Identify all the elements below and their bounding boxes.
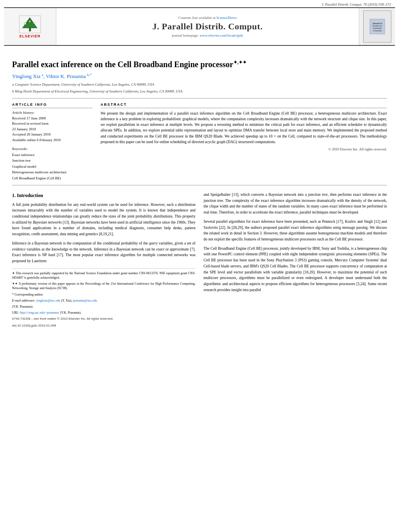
intro-para-2: Inference in a Bayesian network is the c… [12, 240, 195, 264]
keywords-label: Keywords: [12, 147, 93, 151]
email-link-2[interactable]: prasanna@usc.edu [73, 299, 97, 302]
issn-line: 0743-7315/$ – see front matter © 2010 El… [12, 316, 195, 321]
svg-text:Parallel and: Parallel and [372, 25, 382, 27]
footnote-vk: (V.K. Prasanna). [12, 304, 195, 309]
authors-line: Yinglong Xia a, Viktor K. Prasanna b,* [12, 73, 387, 80]
journal-reference: J. Parallel Distrib. Comput. 70 (2010) 5… [0, 0, 399, 7]
elsevier-emblem: ELSEVIER [19, 15, 41, 38]
journal-homepage-line: journal homepage: www.elsevier.com/locat… [172, 33, 243, 37]
keywords-section: Keywords: Exact inference Junction tree … [12, 147, 93, 181]
article-info-abstract: ARTICLE INFO Article history: Received 1… [12, 103, 387, 181]
elsevier-logo-area: ELSEVIER [4, 8, 56, 45]
intro-heading: 1. Introduction [12, 192, 195, 199]
article-info-column: ARTICLE INFO Article history: Received 1… [12, 103, 93, 181]
url-link[interactable]: http://ceng.usc.edu/~prasanna/ [20, 311, 60, 314]
svg-point-4 [24, 22, 26, 25]
elsevier-tree-icon [19, 15, 41, 33]
keyword-2: Junction tree [12, 158, 93, 163]
keyword-1: Exact inference [12, 152, 93, 158]
affiliation-b: b Ming Hsieh Department of Electrical En… [12, 89, 387, 94]
journal-logo-box: Journal of Parallel and Distributed Comp… [363, 10, 391, 43]
body-col-left: 1. Introduction A full joint probability… [12, 192, 195, 328]
available-date: Available online 6 February 2010 [12, 138, 93, 143]
footnote-email: E-mail addresses: yinglonx@usc.edu (Y. X… [12, 298, 195, 303]
journal-header: ELSEVIER Contents lists available at Sci… [4, 7, 395, 46]
abstract-column: ABSTRACT We present the design and imple… [101, 103, 387, 181]
email-link-1[interactable]: yinglonx@usc.edu [36, 299, 60, 302]
doi-line: doi:10.1016/j.jpdc.2010.01.008 [12, 323, 195, 328]
footnotes-section: ✦ This research was partially supported … [12, 268, 195, 328]
main-content: Parallel exact inference on the Cell Bro… [0, 46, 399, 336]
abstract-header: ABSTRACT [101, 103, 387, 108]
received-date: Received 17 June 2009 [12, 116, 93, 121]
journal-title: J. Parallel Distrib. Comput. [152, 21, 263, 32]
article-title: Parallel exact inference on the Cell Bro… [12, 59, 387, 70]
keyword-4: Heterogeneous multicore architecture [12, 169, 93, 175]
accepted-date: Accepted 26 January 2010 [12, 132, 93, 138]
divider-1 [12, 98, 387, 99]
right-para-2: Several parallel algorithms for exact in… [204, 219, 387, 242]
article-info-header: ARTICLE INFO [12, 103, 93, 108]
footnote-star1: ✦ This research was partially supported … [12, 271, 195, 280]
footnote-url: URL: http://ceng.usc.edu/~prasanna/ (V.K… [12, 310, 195, 315]
intro-para-1: A full joint probability distribution fo… [12, 202, 195, 237]
affiliation-a: a Computer Science Department, Universit… [12, 82, 387, 87]
right-para-3: The Cell Broadband Engine (Cell BE) proc… [204, 246, 387, 293]
keyword-5: Cell Broadband Engine (Cell BE) [12, 175, 93, 181]
sciencedirect-line: Contents lists available at ScienceDirec… [179, 16, 237, 20]
right-para-1: and Speigelhalter [13], which converts a… [204, 192, 387, 216]
copyright-line: © 2010 Elsevier Inc. All rights reserved… [101, 147, 387, 151]
journal-homepage-link[interactable]: www.elsevier.com/locate/jpdc [200, 33, 243, 37]
body-col-right: and Speigelhalter [13], which converts a… [204, 192, 387, 328]
journal-cover-icon: Journal of Parallel and Distributed Comp… [369, 18, 385, 35]
sciencedirect-link[interactable]: ScienceDirect [216, 16, 237, 20]
abstract-text: We present the design and implementation… [101, 111, 387, 145]
svg-point-5 [33, 21, 35, 23]
svg-text:Journal of: Journal of [372, 22, 382, 25]
elsevier-brand-text: ELSEVIER [19, 34, 41, 38]
journal-header-center: Contents lists available at ScienceDirec… [56, 8, 359, 45]
divider-2 [12, 185, 387, 185]
svg-text:Computing: Computing [373, 30, 382, 32]
revised-text: Received in revised form [12, 121, 93, 127]
revised-date: 23 January 2010 [12, 127, 93, 132]
body-section: 1. Introduction A full joint probability… [12, 192, 387, 328]
article-history-label: Article history: [12, 111, 93, 115]
journal-logo-right: Journal of Parallel and Distributed Comp… [359, 8, 395, 45]
footnote-corresponding: * Corresponding author. [12, 292, 195, 297]
footnote-star2: ✦✦ A preliminary version of this paper a… [12, 281, 195, 290]
svg-text:Distributed: Distributed [373, 27, 382, 29]
keyword-3: Graphical model [12, 164, 93, 169]
svg-point-6 [29, 21, 31, 22]
